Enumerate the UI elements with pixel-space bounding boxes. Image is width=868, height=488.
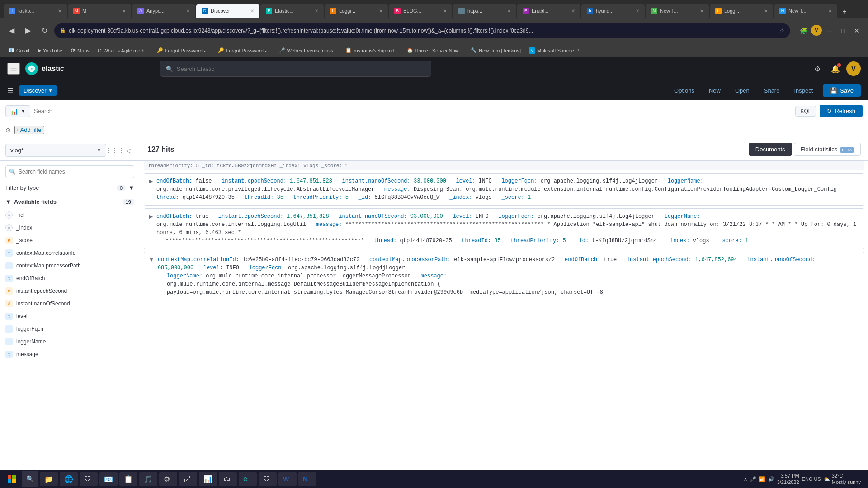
browser-tab-blog[interactable]: B BLOG... ✕ bbox=[389, 4, 452, 18]
filter-type-row[interactable]: Filter by type 0 ▼ bbox=[0, 183, 140, 195]
forward-button[interactable]: ▶ bbox=[22, 24, 34, 37]
taskbar-edit[interactable]: 🖊 bbox=[179, 472, 197, 486]
weather-display[interactable]: ⛅ 32°C Mostly sunny bbox=[824, 473, 861, 486]
browser-tab-hyund[interactable]: h hyund... ✕ bbox=[581, 4, 645, 18]
start-button[interactable] bbox=[4, 471, 20, 487]
taskbar-notepad[interactable]: N bbox=[298, 472, 316, 486]
reload-button[interactable]: ↻ bbox=[38, 24, 51, 37]
taskbar-mail[interactable]: 📧 bbox=[99, 472, 118, 486]
nav-search-input[interactable] bbox=[177, 66, 425, 72]
field-item-score[interactable]: # _score bbox=[0, 234, 140, 247]
field-item-processorpath[interactable]: t contextMap.processorPath bbox=[0, 259, 140, 272]
log-entry-2-header[interactable]: ▶ endOfBatch: true instant.epochSecond: … bbox=[144, 209, 864, 249]
open-button[interactable]: Open bbox=[731, 84, 754, 97]
taskbar-music[interactable]: 🎵 bbox=[139, 472, 157, 486]
bookmark-webex[interactable]: 🎤 Webex Events (class... bbox=[275, 46, 341, 55]
browser-tab-taskb[interactable]: t taskb... ✕ bbox=[4, 4, 67, 18]
field-item-message[interactable]: t message bbox=[0, 348, 140, 361]
settings-icon-btn[interactable]: ⚙ bbox=[810, 61, 825, 76]
bookmark-forgot1[interactable]: 🔑 Forgot Password -... bbox=[153, 46, 213, 55]
save-button[interactable]: 💾 Save bbox=[823, 84, 861, 97]
extensions-button[interactable]: 🧩 bbox=[797, 25, 809, 37]
kql-button[interactable]: KQL bbox=[795, 106, 816, 117]
sidebar-collapse-btn[interactable]: ◁ bbox=[123, 145, 134, 156]
search-input-area[interactable] bbox=[34, 108, 792, 114]
bookmark-agile[interactable]: G What is Agile meth... bbox=[94, 47, 152, 55]
search-fields-input[interactable] bbox=[5, 165, 134, 178]
log-entry-1-header[interactable]: ▶ endOfBatch: false instant.epochSecond:… bbox=[144, 174, 864, 205]
notifications-btn[interactable]: 🔔 bbox=[828, 61, 843, 76]
hamburger-menu[interactable]: ☰ bbox=[7, 63, 20, 75]
browser-tab-https[interactable]: h https... ✕ bbox=[453, 4, 516, 18]
browser-tab-loggi2[interactable]: L Loggi... ✕ bbox=[710, 4, 773, 18]
inspect-button[interactable]: Inspect bbox=[789, 84, 817, 97]
sidebar-grid-icon-btn[interactable]: ⋮⋮⋮ bbox=[109, 145, 121, 156]
back-button[interactable]: ◀ bbox=[5, 24, 18, 37]
profile-button[interactable]: V bbox=[811, 25, 822, 36]
minimize-button[interactable]: ─ bbox=[824, 25, 835, 37]
field-item-index[interactable]: ○ _index bbox=[0, 221, 140, 234]
bookmark-mulesoft[interactable]: M Mulesoft Sample P... bbox=[525, 46, 586, 55]
options-button[interactable]: Options bbox=[670, 84, 699, 97]
sidebar-toggle[interactable]: ☰ bbox=[7, 86, 14, 95]
bookmark-maps[interactable]: 🗺 Maps bbox=[67, 47, 93, 55]
index-pattern-selector[interactable]: 📊 ▼ bbox=[5, 105, 30, 117]
new-tab-button[interactable]: + bbox=[838, 5, 851, 18]
log-entry-3-header[interactable]: ▼ contextMap.correlationId: 1c6e25b0-a8f… bbox=[144, 252, 864, 300]
index-pattern-display[interactable]: vlog* ▼ bbox=[5, 144, 106, 157]
url-input[interactable] bbox=[69, 28, 777, 34]
taskbar-elastic[interactable]: e bbox=[239, 472, 257, 486]
field-item-epochsecond[interactable]: # instant.epochSecond bbox=[0, 285, 140, 297]
new-button[interactable]: New bbox=[704, 84, 725, 97]
taskbar-chrome[interactable]: 🌐 bbox=[60, 472, 78, 486]
expand-icon-1[interactable]: ▶ bbox=[149, 178, 153, 184]
expand-icon-2[interactable]: ▶ bbox=[149, 213, 153, 220]
chevron-up-icon[interactable]: ∧ bbox=[744, 476, 747, 482]
browser-tab-gmail[interactable]: M M ✕ bbox=[68, 4, 131, 18]
browser-tab-new1[interactable]: N New T... ✕ bbox=[646, 4, 709, 18]
documents-tab[interactable]: Documents bbox=[749, 143, 792, 156]
bookmark-jenkins[interactable]: 🔧 New Item [Jenkins] bbox=[467, 46, 524, 55]
browser-tab-elastic[interactable]: E Elastic... ✕ bbox=[260, 4, 324, 18]
bookmark-youtube[interactable]: ▶ YouTube bbox=[34, 46, 66, 55]
field-statistics-tab[interactable]: Field statistics bbox=[794, 143, 861, 156]
bookmark-icon[interactable]: ☆ bbox=[779, 27, 785, 34]
field-item-correlationid[interactable]: t contextMap.correlationId bbox=[0, 247, 140, 259]
taskbar-settings[interactable]: ⚙ bbox=[159, 472, 177, 486]
field-item-nanoofsecond[interactable]: # instant.nanoOfSecond bbox=[0, 297, 140, 310]
add-filter-button[interactable]: + Add filter bbox=[14, 126, 44, 134]
address-bar[interactable]: 🔒 ☆ bbox=[54, 23, 790, 38]
taskbar-file-explorer[interactable]: 📁 bbox=[40, 472, 58, 486]
browser-tab-discover[interactable]: D Discover ✕ bbox=[196, 4, 259, 18]
field-item-endofbatch[interactable]: t endOfBatch bbox=[0, 272, 140, 285]
taskbar-network[interactable]: 🗂 bbox=[219, 472, 237, 486]
expand-icon-3[interactable]: ▼ bbox=[149, 257, 154, 263]
refresh-button[interactable]: ↻ Refresh bbox=[820, 105, 863, 117]
wifi-icon[interactable]: 📶 bbox=[759, 476, 765, 482]
taskbar-excel[interactable]: 📊 bbox=[199, 472, 217, 486]
bookmark-gmail[interactable]: 📧 Gmail bbox=[5, 46, 33, 55]
bookmark-trains[interactable]: 📋 mytrains/setup.md... bbox=[342, 46, 402, 55]
volume-icon[interactable]: 🔊 bbox=[768, 476, 774, 482]
search-input[interactable] bbox=[34, 108, 792, 114]
taskbar-search-btn[interactable]: 🔍 bbox=[22, 471, 38, 487]
field-item-id[interactable]: ○ _id bbox=[0, 209, 140, 221]
browser-tab-loggi[interactable]: L Loggi... ✕ bbox=[325, 4, 388, 18]
elastic-logo[interactable]: e elastic bbox=[25, 62, 64, 75]
bookmark-forgot2[interactable]: 🔑 Forgot Password -... bbox=[214, 46, 274, 55]
user-avatar[interactable]: V bbox=[846, 61, 861, 76]
share-button[interactable]: Share bbox=[760, 84, 784, 97]
taskbar-antivirus[interactable]: 🛡 bbox=[259, 472, 277, 486]
browser-tab-enabl[interactable]: E Enabl... ✕ bbox=[517, 4, 580, 18]
mic-icon[interactable]: 🎤 bbox=[750, 476, 756, 482]
close-window-button[interactable]: ✕ bbox=[851, 25, 863, 37]
field-item-loggername[interactable]: t loggerName bbox=[0, 335, 140, 348]
taskbar-security[interactable]: 🛡 bbox=[80, 472, 98, 486]
field-item-loggerfqcn[interactable]: t loggerFqcn bbox=[0, 323, 140, 335]
nav-search-bar[interactable]: 🔍 bbox=[160, 61, 431, 77]
field-item-level[interactable]: t level bbox=[0, 310, 140, 323]
app-name-badge[interactable]: Discover ▼ bbox=[19, 85, 57, 96]
taskbar-word[interactable]: W bbox=[278, 472, 297, 486]
bookmark-servicenow[interactable]: 🏠 Home | ServiceNow... bbox=[403, 46, 467, 55]
browser-tab-new2[interactable]: N New T... ✕ bbox=[774, 4, 837, 18]
